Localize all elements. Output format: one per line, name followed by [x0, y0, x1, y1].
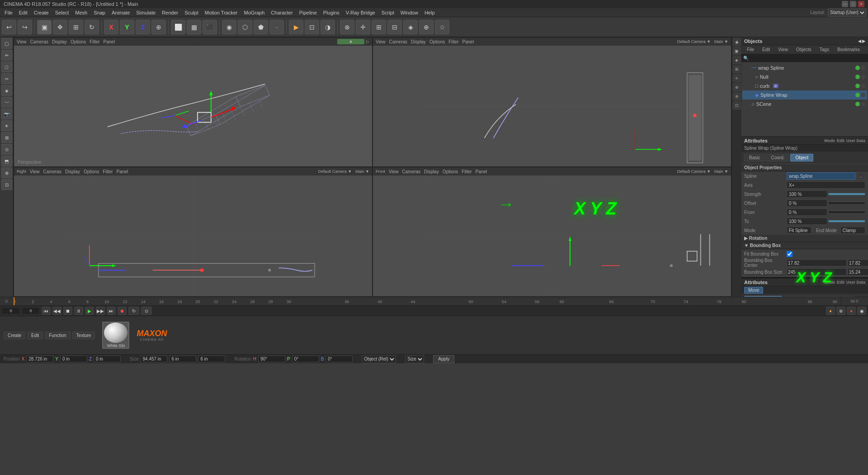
attr1-mode-value[interactable]: Fit Spline	[787, 227, 811, 234]
viewport-mode-1[interactable]: ⬜	[171, 20, 185, 34]
tool-measure[interactable]: ⊡	[1, 179, 12, 190]
viewport-mode-3[interactable]: ⬛	[203, 20, 217, 34]
tool-tag[interactable]: ⊙	[1, 144, 12, 155]
snap-icon[interactable]: ⊗	[733, 92, 741, 100]
menu-file[interactable]: File	[2, 9, 15, 16]
tool-light[interactable]: ☀	[1, 120, 12, 131]
menu-animate[interactable]: Animate	[109, 9, 132, 16]
attr1-tab-basic[interactable]: Basic	[744, 154, 765, 162]
material-icon[interactable]: ◈	[733, 56, 741, 64]
object-mode-btn[interactable]: ◉	[222, 20, 236, 34]
vpr-display[interactable]: Display	[411, 39, 426, 44]
objects-tab-edit[interactable]: Edit	[759, 46, 774, 53]
menu-simulate[interactable]: Simulate	[133, 9, 158, 16]
point-mode-btn[interactable]: ·	[269, 20, 284, 34]
vpr-panel[interactable]: Panel	[462, 39, 474, 44]
viewport-mode-2[interactable]: ▦	[187, 20, 201, 34]
attr1-endmode-value[interactable]: Clamp	[840, 227, 865, 234]
lock-z-button[interactable]: Z	[136, 20, 150, 34]
menu-sculpt[interactable]: Sculpt	[182, 9, 201, 16]
vp-options-menu[interactable]: Options	[71, 39, 86, 44]
obj-curb[interactable]: □ curb ⊕	[742, 81, 867, 90]
attr1-bboxcenter-x[interactable]	[787, 259, 847, 266]
menu-vray[interactable]: V-Ray Bridge	[343, 9, 378, 16]
tool-snap[interactable]: ⊗	[340, 20, 354, 34]
pos-x-value[interactable]: 28.726 in	[26, 356, 53, 362]
attr1-rotation-header[interactable]: ▶ Rotation	[741, 235, 868, 242]
menu-select[interactable]: Select	[52, 9, 72, 16]
transport-key-auto[interactable]: ●	[847, 307, 856, 315]
vpt-display[interactable]: Display	[65, 169, 80, 174]
timeline-ruler[interactable]: 0 2 4 6 8 10 12 14 16 18 20 22 24 26 28 …	[14, 297, 841, 305]
transport-fps-btn[interactable]: ⊙	[141, 307, 152, 315]
attr2-edit[interactable]: Edit	[837, 280, 844, 285]
tool-spline[interactable]: 〰	[1, 97, 12, 108]
attr1-bboxcenter-y[interactable]	[848, 259, 868, 266]
material-tab-texture[interactable]: Texture	[72, 332, 95, 339]
transport-go-end[interactable]: ⏭	[107, 307, 116, 315]
vpt-view[interactable]: View	[30, 169, 40, 174]
transport-go-start[interactable]: ⏮	[42, 307, 51, 315]
transport-prev-frame[interactable]: ◀◀	[52, 307, 61, 315]
vp-filter-menu[interactable]: Filter	[90, 39, 99, 44]
tool-coord[interactable]: ✛	[356, 20, 370, 34]
vpt-cameras[interactable]: Cameras	[43, 169, 62, 174]
display-icon[interactable]: ▣	[733, 47, 741, 55]
attr1-from-value[interactable]: 0 %	[787, 209, 827, 216]
apply-button[interactable]: Apply	[433, 355, 454, 363]
menu-character[interactable]: Character	[268, 9, 295, 16]
tool-axis[interactable]: ⊞	[372, 20, 386, 34]
move-tool[interactable]: ✥	[53, 20, 67, 34]
vis-dot-scene-green[interactable]	[855, 102, 860, 106]
material-white-glo[interactable]: White Glo	[102, 322, 129, 349]
size-mode-select[interactable]: Size	[405, 355, 424, 363]
objects-tab-tags[interactable]: Tags	[816, 46, 833, 53]
menu-edit[interactable]: Edit	[16, 9, 30, 16]
vp-display-menu[interactable]: Display	[52, 39, 67, 44]
attr1-tab-coord[interactable]: Coord.	[766, 154, 789, 162]
attr1-bboxsize-y[interactable]	[848, 268, 868, 276]
attr1-to-value[interactable]: 100 %	[787, 218, 827, 225]
tool-cut[interactable]: ✂	[1, 73, 12, 84]
attr1-mode-label[interactable]: Mode	[824, 138, 835, 143]
tool-misc4[interactable]: ☆	[435, 20, 449, 34]
tool-camera[interactable]: 📷	[1, 109, 12, 119]
viewport-perspective-content[interactable]: Perspective	[14, 46, 372, 166]
menu-pipeline[interactable]: Pipeline	[297, 9, 320, 16]
tool-brush[interactable]: ✏	[1, 50, 12, 61]
attr1-edit-label[interactable]: Edit	[837, 138, 844, 143]
vis-dot-curb-green[interactable]	[855, 84, 860, 88]
menu-create[interactable]: Create	[31, 9, 52, 16]
vis-dot-sw-green[interactable]	[855, 93, 860, 97]
attr1-strength-slider[interactable]	[828, 193, 865, 195]
layout-select[interactable]: Startup (User)	[828, 9, 866, 17]
vpr-cameras[interactable]: Cameras	[389, 39, 408, 44]
vpf-cameras[interactable]: Cameras	[402, 169, 421, 174]
lock-y-button[interactable]: Y	[120, 20, 134, 34]
objects-tab-bookmarks[interactable]: Bookmarks	[834, 46, 863, 53]
transport-next-frame[interactable]: ▶▶	[96, 307, 105, 315]
attr1-to-slider[interactable]	[828, 220, 865, 223]
obj-spline-wrap[interactable]: ◈ Spline Wrap	[742, 90, 867, 100]
vpt-panel[interactable]: Panel	[117, 169, 128, 174]
render-btn[interactable]: ▶	[289, 20, 303, 34]
attr2-tab-object-axis[interactable]: Object Axis	[783, 296, 816, 297]
timeline-current-frame[interactable]	[14, 297, 14, 305]
maximize-button[interactable]: □	[850, 1, 856, 7]
viewport-right-content[interactable]	[373, 46, 731, 166]
menu-snap[interactable]: Snap	[91, 9, 108, 16]
tool-skeleton[interactable]: ⊗	[1, 167, 12, 178]
close-button[interactable]: ✕	[858, 1, 864, 7]
ipr-btn[interactable]: ◑	[321, 20, 335, 34]
tool-misc3[interactable]: ⊕	[419, 20, 434, 34]
obj-null[interactable]: ○ Null	[742, 72, 867, 81]
transport-key-add[interactable]: ♦	[826, 307, 835, 315]
obj-wrap-spline[interactable]: 〰 wrap Spline	[742, 63, 867, 72]
frame-input[interactable]: 0	[2, 307, 20, 314]
vpr-view[interactable]: View	[376, 39, 386, 44]
pos-y-value[interactable]: 0 in	[60, 356, 87, 362]
texture-icon[interactable]: ⊞	[733, 65, 741, 73]
vpf-panel[interactable]: Panel	[476, 169, 487, 174]
attr2-move-button[interactable]: Move	[744, 287, 763, 294]
render-region-btn[interactable]: ⊡	[305, 20, 319, 34]
